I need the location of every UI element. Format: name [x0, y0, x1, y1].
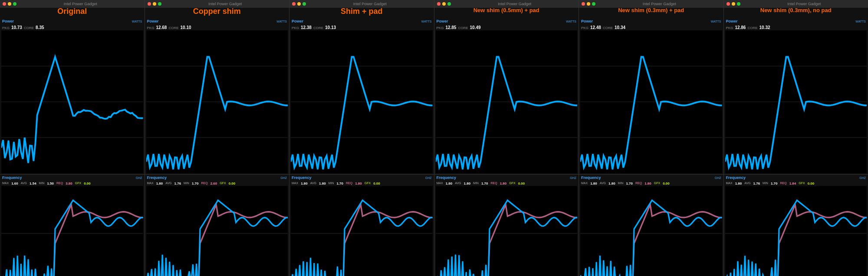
- titlebar-new-shim-05-pad: Intel Power Gadget: [434, 0, 579, 8]
- freq-metrics-shim-pad: MAX 1.80 AVG 1.80 MIN 1.70 REQ 1.80 GFX …: [289, 182, 434, 185]
- pkg-value-new-shim-05-pad: 12.85: [445, 25, 456, 30]
- freq-avg-new-shim-05-pad: 1.80: [464, 182, 471, 185]
- freq-gfx-original: 0.00: [84, 182, 91, 185]
- panel-content-new-shim-03-nopad: New shim (0.3mm), no pad Power WATTS PKG…: [724, 8, 868, 276]
- freq-chart-shim-pad: [291, 186, 433, 276]
- core-label-power-new-shim-03-nopad: CORE: [747, 26, 757, 30]
- core-label-power-new-shim-03-pad: CORE: [603, 26, 613, 30]
- power-metrics-copper-shim: PKG 12.68 CORE 10.10: [145, 25, 289, 30]
- freq-avg-new-shim-03-nopad: 1.76: [753, 182, 760, 185]
- tl-green-new-shim-03-pad[interactable]: [592, 2, 595, 6]
- freq-req-shim-pad: 1.80: [355, 182, 362, 185]
- core-value-power-new-shim-03-nopad: 10.32: [760, 25, 770, 30]
- core-value-power-copper-shim: 10.10: [181, 25, 191, 30]
- freq-section-original: Frequency GHZ MAX 1.60 AVG 1.54 MIN 1.50…: [0, 175, 145, 276]
- tl-red-new-shim-05-pad[interactable]: [437, 2, 441, 6]
- freq-min-label-new-shim-03-nopad: MIN: [763, 182, 768, 185]
- freq-unit-new-shim-05-pad: GHZ: [570, 176, 576, 179]
- freq-req-new-shim-03-pad: 1.80: [644, 182, 651, 185]
- tl-red-new-shim-03-pad[interactable]: [582, 2, 585, 6]
- tl-green-original[interactable]: [13, 2, 16, 6]
- freq-section-new-shim-05-pad: Frequency GHZ MAX 1.80 AVG 1.80 MIN 1.70…: [434, 175, 579, 276]
- freq-metrics-copper-shim: MAX 1.80 AVG 1.76 MIN 1.70 REQ 2.60 GFX …: [145, 182, 289, 185]
- freq-min-label-new-shim-03-pad: MIN: [618, 182, 624, 185]
- tl-green-copper-shim[interactable]: [158, 2, 161, 6]
- power-metrics-new-shim-03-pad: PKG 12.48 CORE 10.34: [579, 25, 723, 30]
- freq-metrics-new-shim-05-pad: MAX 1.80 AVG 1.80 MIN 1.70 REQ 1.80 GFX …: [434, 182, 579, 185]
- power-metrics-original: PKG 10.73 CORE 8.35: [0, 25, 145, 30]
- freq-header-original: Frequency GHZ: [0, 175, 145, 182]
- tl-red-original[interactable]: [3, 2, 6, 6]
- freq-min-original: 1.50: [47, 182, 54, 185]
- tl-green-shim-pad[interactable]: [302, 2, 306, 6]
- panel-content-shim-pad: Shim + pad Power WATTS PKG 12.38 CORE 10…: [289, 8, 434, 276]
- tl-yellow-new-shim-03-pad[interactable]: [587, 2, 590, 6]
- overlay-title-new-shim-03-nopad: New shim (0.3mm), no pad: [724, 7, 868, 13]
- pkg-label-new-shim-03-pad: PKG: [581, 26, 589, 30]
- freq-title-original: Frequency: [2, 175, 22, 180]
- tl-yellow-copper-shim[interactable]: [153, 2, 156, 6]
- freq-max-label-original: MAX: [2, 182, 9, 185]
- power-unit-copper-shim: WATTS: [276, 20, 287, 23]
- tl-yellow-shim-pad[interactable]: [297, 2, 301, 6]
- freq-min-new-shim-03-pad: 1.70: [626, 182, 633, 185]
- power-section-copper-shim: Power WATTS PKG 12.68 CORE 10.10: [145, 18, 289, 175]
- pkg-label-original: PKG: [2, 26, 10, 30]
- freq-min-label-copper-shim: MIN: [184, 182, 189, 185]
- freq-min-new-shim-05-pad: 1.70: [481, 182, 488, 185]
- freq-gfx-label-new-shim-05-pad: GFX: [509, 182, 515, 185]
- power-title-new-shim-05-pad: Power: [437, 19, 448, 23]
- freq-avg-copper-shim: 1.76: [174, 182, 181, 185]
- tl-yellow-new-shim-05-pad[interactable]: [442, 2, 446, 6]
- tl-red-new-shim-03-nopad[interactable]: [727, 2, 730, 6]
- tl-red-copper-shim[interactable]: [148, 2, 151, 6]
- panel-app-title-shim-pad: Intel Power Gadget: [309, 2, 431, 6]
- freq-chart-original: [1, 186, 143, 276]
- freq-req-new-shim-03-nopad: 1.84: [789, 182, 796, 185]
- freq-gfx-label-new-shim-03-pad: GFX: [654, 182, 660, 185]
- power-title-copper-shim: Power: [147, 19, 159, 23]
- power-section-shim-pad: Power WATTS PKG 12.38 CORE 10.13: [289, 18, 434, 175]
- tl-yellow-original[interactable]: [8, 2, 11, 6]
- freq-avg-label-original: AVG: [21, 182, 27, 185]
- power-chart-new-shim-05-pad: [436, 30, 578, 173]
- pkg-label-copper-shim: PKG: [147, 26, 155, 30]
- freq-gfx-label-new-shim-03-nopad: GFX: [799, 182, 805, 185]
- freq-avg-label-copper-shim: AVG: [165, 182, 171, 185]
- freq-unit-new-shim-03-pad: GHZ: [715, 176, 721, 179]
- tl-green-new-shim-03-nopad[interactable]: [737, 2, 740, 6]
- tl-green-new-shim-05-pad[interactable]: [447, 2, 451, 6]
- freq-req-label-new-shim-03-pad: REQ: [635, 182, 642, 185]
- freq-avg-shim-pad: 1.80: [319, 182, 326, 185]
- freq-max-label-copper-shim: MAX: [147, 182, 154, 185]
- tl-yellow-new-shim-03-nopad[interactable]: [732, 2, 735, 6]
- freq-unit-copper-shim: GHZ: [280, 176, 287, 179]
- freq-req-label-copper-shim: REQ: [201, 182, 208, 185]
- freq-title-copper-shim: Frequency: [147, 175, 167, 180]
- freq-chart-copper-shim: [146, 186, 288, 276]
- pkg-value-new-shim-03-nopad: 12.86: [735, 25, 746, 30]
- core-value-power-original: 8.35: [36, 25, 44, 30]
- titlebar-shim-pad: Intel Power Gadget: [289, 0, 434, 8]
- core-label-power-copper-shim: CORE: [168, 26, 178, 30]
- freq-avg-label-new-shim-05-pad: AVG: [455, 182, 461, 185]
- power-chart-copper-shim: [146, 30, 288, 173]
- freq-min-label-shim-pad: MIN: [329, 182, 334, 185]
- core-value-power-shim-pad: 10.13: [325, 25, 336, 30]
- freq-gfx-label-copper-shim: GFX: [220, 182, 226, 185]
- freq-req-original: 3.80: [66, 182, 72, 185]
- freq-unit-new-shim-03-nopad: GHZ: [859, 176, 866, 179]
- freq-avg-new-shim-03-pad: 1.80: [608, 182, 615, 185]
- power-title-new-shim-03-nopad: Power: [726, 19, 738, 23]
- pkg-value-new-shim-03-pad: 12.48: [590, 25, 601, 30]
- freq-max-label-new-shim-05-pad: MAX: [437, 182, 443, 185]
- power-header-copper-shim: Power WATTS: [145, 18, 289, 25]
- tl-red-shim-pad[interactable]: [292, 2, 296, 6]
- panel-app-title-copper-shim: Intel Power Gadget: [164, 2, 287, 6]
- freq-req-label-original: REQ: [56, 182, 63, 185]
- pkg-label-new-shim-05-pad: PKG: [437, 26, 444, 30]
- freq-section-copper-shim: Frequency GHZ MAX 1.80 AVG 1.76 MIN 1.70…: [145, 175, 289, 276]
- power-unit-new-shim-05-pad: WATTS: [566, 20, 576, 23]
- panels-container: Intel Power Gadget Original Power WATTS …: [0, 0, 868, 276]
- power-unit-shim-pad: WATTS: [421, 20, 432, 23]
